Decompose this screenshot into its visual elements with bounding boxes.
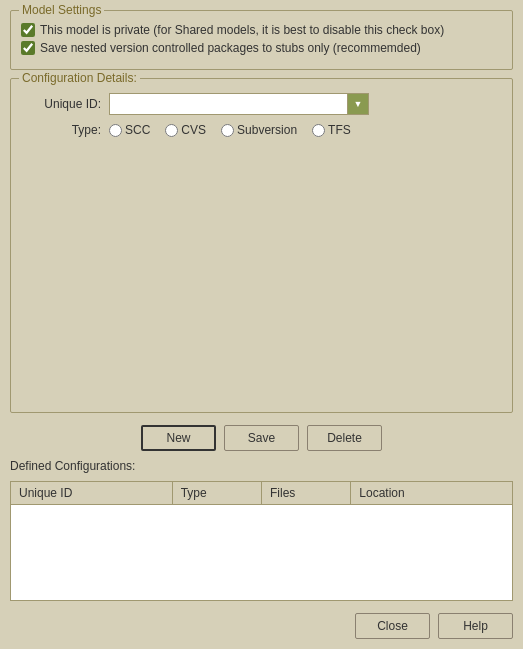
radio-cvs-input[interactable] — [165, 124, 178, 137]
private-model-label: This model is private (for Shared models… — [40, 23, 444, 37]
col-files: Files — [262, 482, 351, 504]
radio-scc-input[interactable] — [109, 124, 122, 137]
config-details-section: Configuration Details: Unique ID: Type: … — [10, 78, 513, 413]
defined-configs-section: Defined Configurations: Unique ID Type F… — [10, 459, 513, 601]
table-header-row: Unique ID Type Files Location — [11, 482, 512, 505]
close-button[interactable]: Close — [355, 613, 430, 639]
private-model-checkbox[interactable] — [21, 23, 35, 37]
configs-table: Unique ID Type Files Location — [10, 481, 513, 601]
model-settings-section: Model Settings This model is private (fo… — [10, 10, 513, 70]
save-button[interactable]: Save — [224, 425, 299, 451]
dialog-container: Model Settings This model is private (fo… — [0, 0, 523, 649]
new-button[interactable]: New — [141, 425, 216, 451]
radio-scc-label: SCC — [125, 123, 150, 137]
radio-tfs-input[interactable] — [312, 124, 325, 137]
unique-id-combobox — [109, 93, 369, 115]
radio-tfs: TFS — [312, 123, 351, 137]
model-settings-title: Model Settings — [19, 3, 104, 17]
action-buttons-row: New Save Delete — [10, 425, 513, 451]
table-body — [11, 505, 512, 600]
save-stubs-checkbox[interactable] — [21, 41, 35, 55]
unique-id-dropdown-btn[interactable] — [347, 93, 369, 115]
delete-button[interactable]: Delete — [307, 425, 382, 451]
defined-configs-label: Defined Configurations: — [10, 459, 513, 473]
bottom-buttons-row: Close Help — [10, 613, 513, 639]
save-stubs-label: Save nested version controlled packages … — [40, 41, 421, 55]
radio-scc: SCC — [109, 123, 150, 137]
radio-tfs-label: TFS — [328, 123, 351, 137]
help-button[interactable]: Help — [438, 613, 513, 639]
type-radio-group: SCC CVS Subversion TFS — [109, 123, 351, 137]
config-details-title: Configuration Details: — [19, 71, 140, 85]
type-row: Type: SCC CVS Subversion — [21, 123, 502, 137]
col-unique-id: Unique ID — [11, 482, 173, 504]
radio-cvs-label: CVS — [181, 123, 206, 137]
radio-subversion-input[interactable] — [221, 124, 234, 137]
type-label: Type: — [21, 123, 101, 137]
radio-cvs: CVS — [165, 123, 206, 137]
config-fields: Unique ID: Type: SCC CVS — [21, 93, 502, 137]
radio-subversion: Subversion — [221, 123, 297, 137]
col-type: Type — [173, 482, 262, 504]
unique-id-row: Unique ID: — [21, 93, 502, 115]
private-model-row: This model is private (for Shared models… — [21, 23, 502, 37]
radio-subversion-label: Subversion — [237, 123, 297, 137]
save-stubs-row: Save nested version controlled packages … — [21, 41, 502, 55]
unique-id-input[interactable] — [109, 93, 347, 115]
col-location: Location — [351, 482, 512, 504]
unique-id-label: Unique ID: — [21, 97, 101, 111]
